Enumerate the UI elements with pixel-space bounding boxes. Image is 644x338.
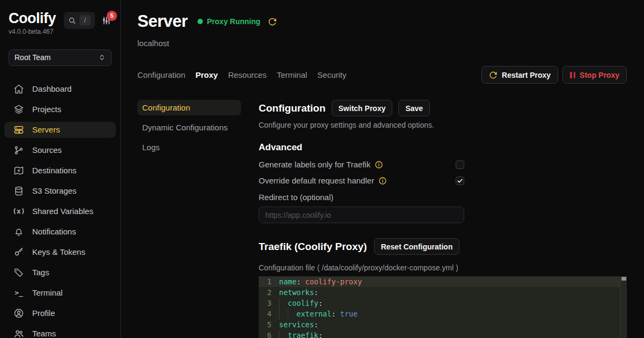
restart-icon: [489, 71, 497, 79]
proxy-status: Proxy Running: [197, 17, 261, 26]
search-shortcut-key: /: [79, 15, 91, 26]
sidebar-item-teams[interactable]: Teams: [4, 326, 116, 338]
terminal-icon: >_: [13, 289, 25, 297]
sidebar-item-projects[interactable]: Projects: [4, 101, 116, 117]
user-icon: [13, 308, 25, 319]
layers-icon: [13, 104, 25, 115]
line-number: 2: [259, 287, 279, 298]
subnav-item-logs[interactable]: Logs: [137, 139, 241, 155]
sidebar-item-shared-variables[interactable]: (x)Shared Variables: [4, 203, 116, 219]
map-icon: [13, 165, 25, 176]
editor-scrollbar[interactable]: [620, 276, 627, 338]
sidebar-item-terminal[interactable]: >_Terminal: [4, 285, 116, 301]
sidebar-item-label: Tags: [32, 268, 49, 277]
sidebar-item-label: Servers: [32, 125, 60, 134]
sidebar-item-label: Dashboard: [32, 84, 71, 93]
setting-label: Override default request handler: [259, 176, 374, 185]
sidebar-item-notifications[interactable]: Notifications: [4, 224, 116, 240]
tab-terminal[interactable]: Terminal: [277, 68, 308, 82]
refresh-icon[interactable]: [268, 17, 277, 26]
info-icon[interactable]: [375, 160, 383, 169]
line-number: 5: [259, 319, 279, 330]
server-host: localhost: [137, 39, 627, 48]
brand-row: Coolify v4.0.0-beta.467 / 5: [4, 0, 116, 35]
status-text: Proxy Running: [207, 17, 261, 26]
yaml-code-editor[interactable]: 1name: coolify-proxy2networks:3 coolify:…: [259, 276, 627, 338]
configuration-file-label: Configuration file ( /data/coolify/proxy…: [259, 263, 627, 272]
sidebar-item-servers[interactable]: Servers: [4, 122, 116, 138]
sidebar-nav: DashboardProjectsServersSourcesDestinati…: [4, 81, 116, 338]
server-icon: [13, 124, 25, 135]
tab-resources[interactable]: Resources: [228, 68, 267, 82]
code-line: 5services:: [259, 319, 627, 330]
sidebar-item-label: Sources: [32, 145, 62, 155]
database-icon: [13, 186, 25, 196]
editor-scrollbar-thumb[interactable]: [621, 277, 626, 281]
reset-configuration-button[interactable]: Reset Configuration: [374, 238, 460, 255]
setting-checkbox[interactable]: [456, 160, 464, 169]
code-line: 6 traefik:: [259, 330, 627, 338]
restart-proxy-button[interactable]: Restart Proxy: [481, 66, 558, 84]
subnav-item-dynamic-configurations[interactable]: Dynamic Configurations: [137, 120, 241, 135]
page-title: Server: [137, 12, 188, 31]
sidebar-item-destinations[interactable]: Destinations: [4, 163, 116, 179]
status-dot-icon: [197, 19, 203, 24]
sidebar-item-label: S3 Storages: [32, 186, 77, 195]
sidebar-item-label: Terminal: [32, 288, 63, 297]
redirect-to-input[interactable]: [259, 207, 464, 223]
search-icon: [68, 17, 76, 25]
setting-checkbox[interactable]: [456, 177, 464, 185]
advanced-title: Advanced: [259, 142, 627, 153]
save-button[interactable]: Save: [398, 100, 430, 116]
restart-proxy-label: Restart Proxy: [502, 71, 551, 79]
line-number: 4: [259, 308, 279, 319]
configuration-panel: Configuration Switch Proxy Save Configur…: [259, 100, 627, 338]
advanced-setting-row: Generate labels only for Traefik: [259, 160, 464, 169]
variables-icon: (x): [13, 207, 25, 215]
team-selector[interactable]: Root Team: [9, 49, 112, 66]
home-icon: [13, 84, 25, 94]
code-text: traefik:: [279, 330, 323, 338]
line-number: 6: [259, 330, 279, 338]
info-icon[interactable]: [378, 177, 387, 185]
subnav-item-configuration[interactable]: Configuration: [137, 100, 241, 115]
sidebar-item-tags[interactable]: Tags: [4, 264, 116, 281]
sidebar-item-label: Destinations: [32, 166, 77, 175]
users-icon: [13, 328, 25, 338]
switch-proxy-button[interactable]: Switch Proxy: [332, 100, 393, 116]
save-label: Save: [405, 104, 423, 113]
tag-icon: [13, 267, 25, 278]
team-selector-value: Root Team: [14, 53, 50, 62]
tab-configuration[interactable]: Configuration: [137, 68, 185, 82]
sidebar-item-keys-tokens[interactable]: Keys & Tokens: [4, 244, 116, 260]
filters-button[interactable]: 5: [101, 16, 112, 26]
search-button[interactable]: /: [64, 12, 95, 29]
reset-configuration-label: Reset Configuration: [381, 243, 453, 251]
sidebar-item-profile[interactable]: Profile: [4, 305, 116, 321]
code-line: 3 coolify:: [259, 298, 627, 308]
stop-proxy-button[interactable]: Stop Proxy: [562, 66, 627, 84]
sidebar-item-label: Shared Variables: [32, 207, 93, 216]
sidebar-item-label: Teams: [32, 329, 56, 338]
bell-icon: [13, 226, 25, 237]
sidebar: Coolify v4.0.0-beta.467 / 5 Root Team Da…: [0, 0, 121, 338]
key-icon: [13, 247, 25, 258]
code-text: external: true: [279, 308, 357, 319]
code-text: name: coolify-proxy: [279, 276, 362, 287]
sidebar-item-s3-storages[interactable]: S3 Storages: [4, 183, 116, 199]
sidebar-item-label: Keys & Tokens: [32, 247, 85, 256]
stop-proxy-label: Stop Proxy: [580, 71, 619, 79]
code-text: networks:: [279, 287, 318, 298]
traefik-title: Traefik (Coolify Proxy): [259, 241, 367, 253]
app-version: v4.0.0-beta.467: [9, 28, 53, 35]
setting-label: Generate labels only for Traefik: [259, 160, 370, 169]
tab-security[interactable]: Security: [317, 68, 346, 82]
sidebar-item-sources[interactable]: Sources: [4, 142, 116, 158]
proxy-subnav: ConfigurationDynamic ConfigurationsLogs: [137, 100, 241, 338]
chevron-updown-icon: [98, 54, 106, 61]
notification-count-badge: 5: [107, 11, 117, 21]
sidebar-item-dashboard[interactable]: Dashboard: [4, 81, 116, 97]
tab-proxy[interactable]: Proxy: [195, 68, 218, 82]
main: Server Proxy Running localhost Configura…: [121, 0, 644, 338]
git-icon: [13, 145, 25, 156]
